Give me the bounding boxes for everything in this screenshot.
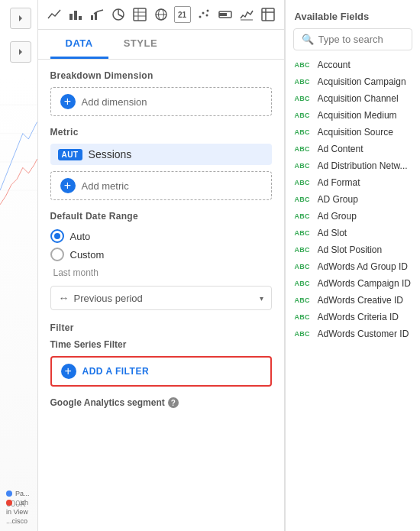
- field-tag: ABC: [295, 78, 313, 86]
- field-tag: ABC: [295, 179, 313, 186]
- add-filter-plus-icon: +: [61, 364, 76, 379]
- field-tag: ABC: [295, 263, 313, 270]
- svg-rect-28: [262, 8, 274, 21]
- field-tag: ABC: [295, 280, 313, 287]
- add-dimension-plus-icon: +: [60, 94, 76, 109]
- left-sidebar: 600K Pa... ...sh in View ...cisco: [0, 0, 38, 531]
- field-item[interactable]: ABCAd Slot Position: [293, 241, 413, 258]
- add-filter-button[interactable]: + ADD A FILTER: [50, 356, 272, 387]
- breakdown-label: Breakdown Dimension: [50, 70, 272, 81]
- field-item[interactable]: ABCAdWords Customer ID: [293, 325, 413, 342]
- field-tag: ABC: [295, 112, 313, 119]
- field-name: AdWords Customer ID: [318, 329, 409, 339]
- field-item[interactable]: ABCAcquisition Source: [293, 124, 413, 141]
- period-caret-icon: ▾: [260, 294, 263, 303]
- fields-list: ABCAccountABCAcquisition CampaignABCAcqu…: [286, 57, 421, 531]
- period-text: Previous period: [74, 293, 255, 304]
- period-arrows-icon: ↔: [59, 292, 69, 304]
- add-dimension-button[interactable]: + Add dimension: [50, 87, 272, 116]
- help-icon[interactable]: ?: [168, 397, 179, 408]
- svg-rect-26: [219, 13, 227, 16]
- field-tag: ABC: [295, 246, 313, 254]
- filter-label: Filter: [50, 322, 272, 333]
- field-item[interactable]: ABCAdWords Creative ID: [293, 292, 413, 309]
- filter-section: Filter Time Series Filter + ADD A FILTER: [50, 322, 272, 387]
- field-name: Ad Group: [318, 211, 357, 222]
- field-tag: ABC: [295, 330, 313, 338]
- table-icon[interactable]: [131, 6, 148, 23]
- field-name: Acquisition Medium: [318, 110, 397, 121]
- radio-custom-label: Custom: [70, 249, 105, 261]
- metric-name: Sessions: [89, 148, 132, 160]
- field-name: Acquisition Campaign: [318, 76, 406, 87]
- date-range-label: Default Date Range: [50, 211, 272, 222]
- field-name: Ad Content: [318, 144, 363, 154]
- field-item[interactable]: ABCAcquisition Campaign: [293, 73, 413, 90]
- legend-francisco: ...cisco: [6, 517, 30, 525]
- field-item[interactable]: ABCAd Group: [293, 208, 413, 225]
- field-item[interactable]: ABCAdWords Criteria ID: [293, 309, 413, 325]
- field-name: Ad Slot: [318, 228, 347, 238]
- toolbar: 21: [38, 0, 284, 30]
- combo-chart-icon[interactable]: [89, 6, 105, 23]
- search-bar: 🔍: [293, 28, 413, 50]
- svg-point-23: [205, 15, 208, 17]
- pie-chart-icon[interactable]: [110, 6, 127, 23]
- svg-rect-7: [74, 11, 77, 20]
- field-item[interactable]: ABCAd Distribution Netw...: [293, 157, 413, 174]
- field-tag: ABC: [295, 145, 313, 153]
- field-tag: ABC: [295, 296, 313, 304]
- svg-rect-8: [79, 16, 82, 20]
- field-item[interactable]: ABCAd Format: [293, 174, 413, 191]
- sidebar-arrow-1[interactable]: [10, 8, 31, 29]
- period-dropdown[interactable]: ↔ Previous period ▾: [50, 286, 272, 310]
- metric-chip[interactable]: AUT Sessions: [50, 144, 272, 165]
- sidebar-arrow-2[interactable]: [10, 41, 31, 63]
- svg-point-21: [199, 16, 201, 18]
- tab-style[interactable]: STYLE: [108, 30, 173, 59]
- globe-icon[interactable]: [153, 6, 170, 23]
- field-item[interactable]: ABCAcquisition Medium: [293, 107, 413, 124]
- bullet-chart-icon[interactable]: [217, 6, 234, 23]
- field-name: Account: [318, 60, 351, 70]
- content-area: Breakdown Dimension + Add dimension Metr…: [38, 60, 284, 531]
- search-input[interactable]: [318, 34, 405, 45]
- add-filter-text: ADD A FILTER: [82, 366, 150, 377]
- field-name: AdWords Ad Group ID: [318, 261, 409, 272]
- field-tag: ABC: [295, 61, 313, 69]
- field-item[interactable]: ABCAD Group: [293, 191, 413, 208]
- field-tag: ABC: [295, 313, 313, 321]
- field-name: Acquisition Source: [318, 127, 393, 138]
- svg-rect-14: [134, 8, 146, 21]
- pivot-icon[interactable]: [260, 6, 276, 23]
- field-item[interactable]: ABCAdWords Campaign ID: [293, 275, 413, 292]
- legend-city: in View: [6, 508, 30, 516]
- tab-data[interactable]: DATA: [50, 30, 108, 59]
- bar-chart-icon[interactable]: [67, 6, 84, 23]
- radio-auto-button[interactable]: [50, 229, 64, 243]
- scatter-icon[interactable]: [195, 6, 212, 23]
- sidebar-controls: [0, 0, 37, 76]
- radio-custom-button[interactable]: [50, 248, 64, 261]
- sparkline-icon[interactable]: [238, 6, 255, 23]
- radio-auto-inner: [54, 233, 60, 239]
- radio-custom[interactable]: Custom: [50, 248, 272, 261]
- field-name: AdWords Creative ID: [318, 295, 403, 306]
- legend-blue: Pa...: [6, 490, 30, 497]
- field-item[interactable]: ABCAd Content: [293, 141, 413, 157]
- line-chart-icon[interactable]: [46, 6, 63, 23]
- number-icon[interactable]: 21: [174, 6, 191, 23]
- main-panel: 21 DATA STYLE Breakdown Dimension + Add …: [38, 0, 285, 531]
- google-analytics-text: Google Analytics segment: [50, 397, 165, 408]
- svg-marker-1: [19, 49, 22, 55]
- field-item[interactable]: ABCAd Slot: [293, 225, 413, 241]
- metric-label: Metric: [50, 127, 272, 138]
- svg-line-13: [118, 15, 123, 17]
- field-item[interactable]: ABCAccount: [293, 57, 413, 73]
- search-icon: 🔍: [302, 34, 314, 45]
- field-item[interactable]: ABCAcquisition Channel: [293, 90, 413, 107]
- add-metric-button[interactable]: + Add metric: [50, 171, 272, 200]
- field-item[interactable]: ABCAdWords Ad Group ID: [293, 258, 413, 275]
- radio-auto[interactable]: Auto: [50, 229, 272, 243]
- field-name: Ad Slot Position: [318, 244, 383, 255]
